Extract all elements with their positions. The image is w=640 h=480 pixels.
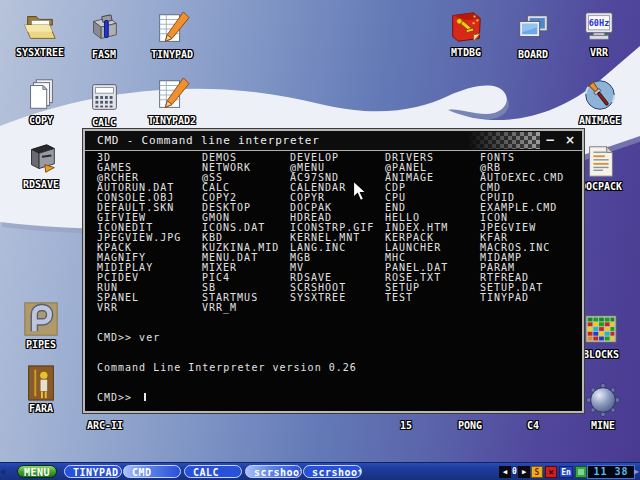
icon-label: ANIMAGE (568, 115, 632, 126)
console-area[interactable]: 3D GAMES @RCHER AUTORUN.DAT CONSOLE.OBJ … (85, 151, 582, 411)
monitors-icon (514, 10, 552, 48)
taskbar-scroll-right-icon[interactable]: ▶ (634, 467, 639, 476)
icon-label: 15 (374, 420, 438, 431)
icon-label: MTDBG (434, 47, 498, 58)
chip-icon (85, 10, 123, 48)
icon-label: RDSAVE (9, 179, 73, 190)
taskbar-task-scrshoot-2[interactable]: scrshoot (303, 465, 362, 478)
desktop-icon-board[interactable]: BOARD (501, 10, 565, 60)
minimize-button[interactable]: − (542, 132, 558, 148)
desktop-icon-fasm[interactable]: FASM (72, 10, 136, 60)
desktop-icon-calc[interactable]: CALC (72, 78, 136, 128)
pages-icon (22, 76, 60, 114)
desktop-icon-tinypad2[interactable]: TINYPAD2 (140, 76, 204, 126)
prompt-command-line: CMD>> ver (97, 333, 357, 343)
color-blocks-icon (582, 310, 620, 348)
desktop-icon-c4[interactable]: C4 (501, 419, 565, 431)
notepad-pencil-icon (153, 76, 191, 114)
vrr-screen-text: 60Hz (589, 18, 610, 28)
paintbrush-ball-icon (581, 76, 619, 114)
desktop-prev-icon[interactable]: ◀ (499, 466, 511, 478)
cmd-window: CMD - Command line interpreter − × 3D GA… (83, 129, 584, 413)
desktop-icon-mtdbg[interactable]: MTDBG (434, 8, 498, 58)
file-list-column-2: DEMOS NETWORK @SS CALC COPY2 DESKTOP GMO… (202, 153, 279, 313)
icon-label: PONG (438, 420, 502, 431)
taskbar-task-tinypad[interactable]: TINYPAD (64, 465, 122, 478)
icon-label: BOARD (501, 49, 565, 60)
icon-label: TINYPAD2 (140, 115, 204, 126)
document-icon (582, 142, 620, 180)
menu-button[interactable]: MENU (17, 465, 57, 478)
folder-icon (21, 8, 59, 46)
taskbar-task-calc[interactable]: CALC (184, 465, 242, 478)
icon-label: ARC-II (73, 420, 137, 431)
icon-label: MINE (571, 420, 635, 431)
icon-label: FARA (9, 403, 73, 414)
desktop-icon-sysxtree[interactable]: SYSXTREE (8, 8, 72, 58)
icon-label: C4 (501, 420, 565, 431)
debugger-icon (447, 8, 485, 46)
current-prompt-line: CMD>> (97, 393, 357, 403)
desktop-next-icon[interactable]: ▶ (518, 466, 530, 478)
desktop-icon-tinypad[interactable]: TINYPAD (140, 10, 204, 60)
taskbar-clock[interactable]: 11 38 (587, 465, 635, 479)
desktop-icon-arc-ii[interactable]: ARC-II (73, 419, 137, 431)
console-prompt-block: CMD>> ver Command Line Interpreter versi… (97, 313, 357, 411)
mouse-cursor (352, 180, 369, 203)
icon-label: SYSXTREE (8, 47, 72, 58)
desktop-icon-vrr[interactable]: 60Hz VRR (567, 8, 631, 58)
icon-label: PIPES (9, 339, 73, 350)
monitor-60hz-icon: 60Hz (580, 8, 618, 46)
desktop: SYSXTREE FASM TINYPAD COPY (0, 0, 640, 480)
pipes-icon (22, 300, 60, 338)
file-list-column-5: FONTS @RB AUTOEXEC.CMD CMD CPUID EXAMPLE… (480, 153, 564, 303)
icon-label: FASM (72, 49, 136, 60)
taskbar-task-scrshoot-1[interactable]: scrshoot (245, 465, 302, 478)
desktop-icon-15[interactable]: 15 (374, 419, 438, 431)
disk-drive-icon (22, 140, 60, 178)
sea-mine-icon (584, 381, 622, 419)
file-list-column-1: 3D GAMES @RCHER AUTORUN.DAT CONSOLE.OBJ … (97, 153, 181, 313)
close-button[interactable]: × (562, 132, 578, 148)
status-tray-icon[interactable] (575, 466, 587, 478)
desktop-number: 0 (511, 466, 518, 478)
notepad-pencil-icon (153, 10, 191, 48)
pharaoh-icon (22, 364, 60, 402)
taskbar: ◀ MENU TINYPAD CMD CALC scrshoot scrshoo… (0, 462, 640, 480)
sound-tray-icon[interactable]: S (531, 466, 543, 478)
text-cursor (144, 393, 146, 401)
window-titlebar[interactable]: CMD - Command line interpreter − × (85, 131, 582, 151)
icon-label: CALC (72, 117, 136, 128)
desktop-icon-pong[interactable]: PONG (438, 419, 502, 431)
titlebar-dither-pattern (468, 132, 540, 149)
keyboard-layout-icon[interactable]: En (559, 466, 573, 478)
desktop-icon-fara[interactable]: FARA (9, 364, 73, 414)
icon-label: VRR (567, 47, 631, 58)
icon-label: TINYPAD (140, 49, 204, 60)
desktop-icon-rdsave[interactable]: RDSAVE (9, 140, 73, 190)
icon-label: COPY (9, 115, 73, 126)
taskbar-scroll-left-icon[interactable]: ◀ (0, 467, 5, 476)
calculator-icon (85, 78, 123, 116)
mute-tray-icon[interactable]: × (545, 466, 557, 478)
file-list-column-3: DEVELOP @MENU AC97SND CALENDAR COPYR DOC… (290, 153, 374, 303)
taskbar-task-cmd[interactable]: CMD (123, 465, 181, 478)
window-title: CMD - Command line interpreter (97, 134, 320, 147)
desktop-icon-pipes[interactable]: PIPES (9, 300, 73, 350)
desktop-icon-animage[interactable]: ANIMAGE (568, 76, 632, 126)
desktop-icon-copy[interactable]: COPY (9, 76, 73, 126)
file-list-column-4: DRIVERS @PANEL ANIMAGE CDP CPU END HELLO… (385, 153, 448, 303)
version-output-line: Command Line Interpreter version 0.26 (97, 363, 357, 373)
